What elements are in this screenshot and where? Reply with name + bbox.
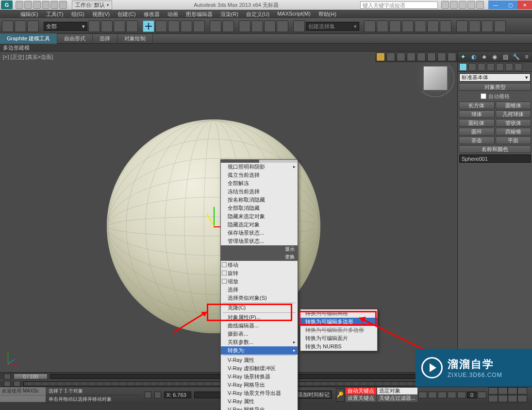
fov-icon[interactable] [488, 395, 498, 402]
app-logo[interactable]: G [1, 0, 13, 9]
time-slider-thumb[interactable]: 0 / 100 [14, 374, 48, 379]
select-manipulate-icon[interactable] [210, 20, 221, 32]
graphite-toggle-icon[interactable] [402, 20, 414, 32]
qat-new-icon[interactable] [16, 1, 23, 9]
ctx-wire-parameters[interactable]: 关联参数... [221, 338, 298, 346]
ctx-curve-editor[interactable]: 曲线编辑器... [221, 322, 298, 330]
lock-selection-icon[interactable] [145, 392, 151, 398]
ctx-scale[interactable]: 缩放 [221, 277, 298, 286]
hierarchy-tab-icon[interactable]: ♣ [481, 53, 488, 61]
shapes-cat-icon[interactable] [468, 63, 476, 71]
ribbon-tab-selection[interactable]: 选择 [93, 34, 117, 44]
polygon-modeling-panel[interactable]: 多边形建模 [0, 44, 532, 51]
bind-spacewarp-icon[interactable] [27, 20, 39, 32]
ctx-vray-vfb[interactable]: V-Ray 虚拟帧缓冲区 [221, 364, 298, 373]
display-tab-icon[interactable]: ▤ [501, 53, 509, 61]
time-config-icon[interactable] [478, 392, 486, 398]
trackbar-filter-icon[interactable] [14, 381, 20, 387]
select-object-icon[interactable] [88, 20, 100, 32]
vp-gamma-icon[interactable] [448, 52, 456, 61]
sub-convert-poly[interactable]: 转换为可编辑多边形 [300, 318, 377, 326]
exchange-icon[interactable] [459, 1, 466, 9]
vp-ao-icon[interactable] [397, 52, 405, 61]
next-frame-icon[interactable] [448, 392, 456, 398]
ctx-convert-to[interactable]: 转换为: [221, 346, 298, 355]
coord-x-input[interactable]: X: 6.763 [164, 392, 191, 398]
ctx-select[interactable]: 选择 [221, 286, 298, 294]
utilities-tab-icon[interactable]: 🔧 [512, 53, 520, 61]
btn-sphere[interactable]: 球体 [459, 110, 495, 118]
ctx-vray-mesh-export-2[interactable]: V-Ray 网格导出 [221, 406, 298, 410]
menu-maxscript[interactable]: MAXScript(M) [273, 10, 314, 18]
key-filters-button[interactable]: 关键点过滤器... [377, 395, 417, 402]
ctx-object-properties[interactable]: 对象属性(P)... [221, 313, 298, 322]
btn-plane[interactable]: 平面 [496, 137, 532, 144]
motion-tab-icon[interactable]: ◉ [491, 53, 499, 61]
curve-editor-icon[interactable] [415, 20, 426, 32]
create-tab-icon[interactable]: ✦ [459, 53, 467, 61]
ctx-isolate-selection[interactable]: 孤立当前选择 [221, 171, 298, 179]
favorites-icon[interactable] [467, 1, 475, 9]
ctx-rotate[interactable]: 旋转 [221, 269, 298, 277]
layer-manager-icon[interactable] [389, 20, 401, 32]
select-by-name-icon[interactable] [101, 20, 113, 32]
subscription-icon[interactable] [450, 1, 458, 9]
btn-torus[interactable]: 圆环 [459, 128, 495, 136]
sub-convert-mesh[interactable]: 转换为可编辑网格 [300, 309, 377, 318]
goto-start-icon[interactable] [418, 392, 427, 398]
menu-graph-editors[interactable]: 图形编辑器 [182, 10, 216, 18]
helpers-cat-icon[interactable] [496, 63, 504, 71]
infocenter-search[interactable]: 键入关键字或短语 [360, 1, 438, 9]
viewcube[interactable] [423, 66, 448, 90]
ctx-viewport-lighting[interactable]: 视口照明和阴影 [221, 163, 298, 171]
angle-snap-icon[interactable] [251, 20, 263, 32]
btn-tube[interactable]: 管状体 [496, 119, 532, 127]
select-scale-icon[interactable] [168, 20, 180, 32]
vp-exposure-icon[interactable] [417, 52, 426, 61]
menu-group[interactable]: 组(G) [67, 10, 88, 18]
cameras-cat-icon[interactable] [487, 63, 495, 71]
percent-snap-icon[interactable] [264, 20, 276, 32]
named-selection-dropdown[interactable]: 创建选择集▾ [306, 22, 359, 31]
zoom-icon[interactable] [488, 387, 498, 394]
spinner-snap-icon[interactable] [277, 20, 288, 32]
align-icon[interactable] [377, 20, 388, 32]
rendered-frame-icon[interactable] [469, 20, 481, 32]
material-editor-icon[interactable] [440, 20, 451, 32]
spacewarps-cat-icon[interactable] [505, 63, 513, 71]
panel-more-icon[interactable]: ≡ [523, 53, 531, 61]
vp-shadows-icon[interactable] [386, 52, 395, 61]
vp-hw-icon[interactable] [407, 52, 416, 61]
ctx-hide-selection[interactable]: 隐藏选定对象 [221, 221, 298, 229]
render-setup-icon[interactable] [456, 20, 468, 32]
vp-light-icon[interactable] [376, 52, 385, 61]
ribbon-tab-modeling[interactable]: Graphite 建模工具 [0, 34, 57, 44]
rollout-object-type[interactable]: 对象类型 [459, 83, 531, 91]
current-frame-input[interactable]: 0 [467, 392, 477, 398]
ctx-vray-properties-2[interactable]: V-Ray 属性 [221, 397, 298, 406]
snap-toggle-icon[interactable] [239, 20, 250, 32]
prev-frame-icon[interactable] [428, 392, 437, 398]
zoom-extents-all-icon[interactable] [517, 387, 527, 394]
btn-cone[interactable]: 圆锥体 [496, 102, 532, 109]
menu-tools[interactable]: 工具(T) [42, 10, 67, 18]
zoom-extents-icon[interactable] [508, 387, 517, 394]
ctx-hide-unselected[interactable]: 隐藏未选定对象 [221, 212, 298, 221]
ctx-vray-properties[interactable]: V-Ray 属性 [221, 356, 298, 364]
ctx-manage-scene-state[interactable]: 管理场景状态... [221, 237, 298, 245]
trackbar-toggle-icon[interactable] [4, 381, 11, 387]
sub-convert-nurbs[interactable]: 转换为 NURBS [300, 342, 377, 351]
workspace-dropdown[interactable]: 工作台: 默认 [72, 0, 112, 10]
keyboard-shortcut-icon[interactable] [222, 20, 234, 32]
auto-grid-checkbox[interactable] [481, 93, 486, 99]
max-toggle-icon[interactable] [517, 395, 527, 402]
unlink-icon[interactable] [15, 20, 26, 32]
auto-key-button[interactable]: 自动关键点 [346, 388, 376, 394]
sub-convert-patch-poly[interactable]: 转换为可编辑面片多边形 [300, 326, 377, 334]
play-icon[interactable] [438, 392, 447, 398]
btn-pyramid[interactable]: 四棱锥 [496, 128, 532, 136]
mirror-icon[interactable] [364, 20, 376, 32]
btn-cylinder[interactable]: 圆柱体 [459, 119, 495, 127]
ctx-unfreeze-all[interactable]: 全部解冻 [221, 179, 298, 188]
btn-box[interactable]: 长方体 [459, 102, 495, 109]
